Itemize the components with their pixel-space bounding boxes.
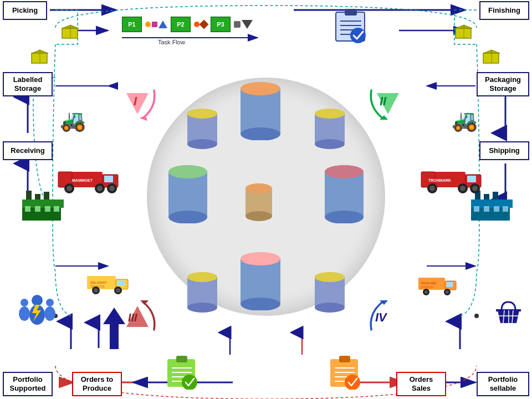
svg-rect-62	[45, 206, 50, 212]
svg-text:TRONMARK: TRONMARK	[428, 178, 451, 182]
svg-point-112	[446, 290, 449, 294]
svg-point-162	[187, 272, 217, 282]
truck-left: MAMMOET	[55, 166, 122, 196]
clipboard-bottom-left	[164, 354, 200, 392]
svg-text:EXPRESS: EXPRESS	[421, 285, 434, 289]
cylinder-center-left	[166, 165, 209, 226]
roman-marker-IV: IV	[363, 294, 407, 340]
svg-rect-179	[339, 356, 350, 362]
roman-marker-I: I	[118, 82, 162, 129]
svg-point-141	[187, 139, 217, 149]
picking-label: Picking	[3, 1, 47, 20]
svg-point-118	[46, 299, 54, 306]
svg-point-116	[21, 299, 28, 306]
svg-point-90	[460, 186, 466, 191]
svg-point-169	[315, 303, 345, 313]
svg-text:I: I	[134, 94, 137, 108]
svg-point-110	[424, 290, 428, 294]
svg-point-170	[315, 272, 345, 282]
svg-point-158	[325, 165, 364, 178]
shape2	[152, 22, 157, 27]
svg-marker-125	[126, 93, 149, 114]
svg-point-113	[32, 295, 43, 306]
cylinder-bottom-right	[313, 272, 346, 315]
cylinder-center-right	[323, 165, 366, 226]
receiving-label: Receiving	[3, 141, 53, 160]
svg-point-103	[116, 288, 120, 293]
p1-box: P1	[122, 17, 142, 32]
clipboard-top	[331, 6, 370, 44]
svg-point-154	[245, 183, 272, 193]
cylinder-bottom-center	[238, 252, 283, 313]
svg-point-88	[429, 186, 435, 191]
orders-to-produce-label: Orders to Produce	[72, 372, 122, 396]
svg-point-153	[245, 211, 272, 221]
svg-rect-72	[503, 206, 508, 212]
person-group-icon	[17, 294, 58, 332]
package-top-right	[454, 24, 473, 42]
forklift-right: 🚜	[452, 108, 478, 132]
svg-rect-82	[104, 176, 113, 182]
p3-box: P3	[211, 17, 231, 32]
svg-rect-69	[474, 206, 479, 212]
shapes-between2	[194, 21, 207, 28]
portfolio-sellable-label: Portfolio sellable	[477, 372, 529, 396]
shape5	[200, 20, 209, 29]
svg-point-117	[19, 306, 30, 321]
package-right-top	[482, 49, 501, 66]
svg-rect-70	[484, 206, 489, 212]
svg-rect-61	[35, 206, 40, 212]
truck-right: TRONMARK	[418, 166, 485, 196]
svg-point-137	[241, 127, 280, 140]
shape1	[145, 22, 151, 27]
shape6	[234, 21, 241, 28]
svg-rect-136	[241, 89, 280, 134]
shipping-label: Shipping	[479, 141, 529, 160]
svg-text:IV: IV	[375, 310, 388, 324]
svg-marker-130	[140, 300, 149, 305]
svg-point-142	[187, 109, 217, 119]
cylinder-center	[244, 183, 274, 224]
shape4	[194, 22, 200, 27]
svg-point-119	[44, 306, 55, 321]
cylinder-top-center	[238, 82, 283, 142]
svg-point-79	[97, 186, 103, 191]
svg-point-149	[168, 211, 207, 223]
svg-rect-71	[494, 206, 499, 212]
portfolio-supported-label: Portfolio Supported	[3, 372, 53, 396]
svg-point-150	[168, 165, 207, 178]
svg-rect-148	[168, 172, 207, 217]
shapes-after	[234, 20, 253, 29]
svg-rect-99	[117, 280, 125, 286]
cylinder-bottom-left	[186, 272, 219, 315]
svg-point-165	[241, 298, 280, 310]
svg-point-177	[182, 375, 197, 390]
svg-point-92	[472, 186, 478, 191]
svg-point-101	[94, 288, 98, 293]
package-top-left	[61, 24, 80, 42]
svg-point-157	[325, 211, 364, 223]
svg-rect-60	[25, 206, 30, 212]
package-left-top	[30, 49, 49, 66]
svg-point-40	[350, 28, 366, 43]
svg-rect-156	[325, 172, 364, 217]
svg-text:II: II	[380, 94, 387, 108]
svg-rect-108	[446, 282, 453, 287]
up-arrow-left-bottom	[103, 308, 125, 351]
cylinder-top-right	[313, 108, 346, 152]
task-flow-label: Task Flow	[158, 39, 185, 45]
svg-point-145	[315, 139, 345, 149]
packaging-storage-label: Packaging Storage	[477, 72, 529, 96]
svg-rect-35	[345, 9, 357, 16]
shape7	[242, 20, 253, 29]
svg-point-81	[109, 186, 115, 191]
cylinder-top-left	[186, 108, 219, 152]
svg-rect-63	[54, 206, 59, 212]
svg-text:III: III	[128, 311, 137, 324]
clipboard-bottom-right	[327, 354, 363, 392]
svg-text:TRIOLINE: TRIOLINE	[421, 282, 436, 285]
roman-marker-II: II	[363, 82, 407, 129]
svg-point-184	[345, 375, 360, 390]
finishing-label: Finishing	[479, 1, 529, 20]
orders-sales-label: Orders Sales	[396, 372, 446, 396]
